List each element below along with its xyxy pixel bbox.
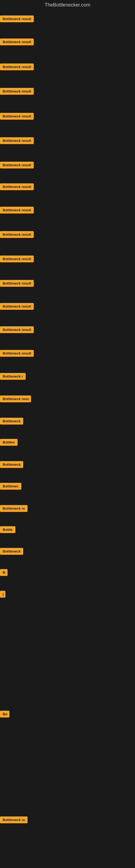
- bottleneck-badge[interactable]: Bo: [0, 711, 9, 717]
- list-item: Bottleneck result: [0, 113, 34, 121]
- bottleneck-badge[interactable]: Bottleneck re: [0, 816, 28, 823]
- bottleneck-badge[interactable]: Bottleneck: [0, 418, 23, 425]
- list-item: Bottleneck: [0, 418, 23, 426]
- list-item: Bottleneck result: [0, 231, 34, 239]
- list-item: Bottleneck result: [0, 326, 34, 334]
- bottleneck-badge[interactable]: Bottleneck result: [0, 16, 34, 22]
- list-item: Bottleneck result: [0, 63, 34, 71]
- bottleneck-badge[interactable]: Bottleneck result: [0, 255, 34, 262]
- list-item: Bottleneck result: [0, 255, 34, 264]
- list-item: Bottleneck result: [0, 303, 34, 311]
- list-item: Bottleneck result: [0, 16, 34, 23]
- list-item: Bottleneck re: [0, 505, 28, 513]
- list-item: Bottleneck: [0, 461, 23, 469]
- bottleneck-badge[interactable]: Bottleneck: [0, 461, 23, 468]
- bottleneck-badge[interactable]: Bottleneck result: [0, 63, 34, 70]
- list-item: Bottleneck result: [0, 162, 34, 169]
- bottleneck-badge[interactable]: Bottleneck result: [0, 350, 34, 357]
- bottleneck-badge[interactable]: |: [0, 591, 5, 597]
- bottleneck-badge[interactable]: Bottleneck result: [0, 280, 34, 287]
- bottleneck-badge[interactable]: Bottleneck result: [0, 231, 34, 238]
- list-item: Bottle: [0, 526, 15, 534]
- bottleneck-badge[interactable]: Bottleneck result: [0, 303, 34, 310]
- list-item: |: [0, 591, 5, 599]
- site-title: TheBottlenecker.com: [0, 0, 135, 10]
- bottleneck-badge[interactable]: Bottleneck result: [0, 113, 34, 120]
- list-item: Bottleneck result: [0, 88, 34, 96]
- bottleneck-badge[interactable]: Bottleneck result: [0, 38, 34, 45]
- bottleneck-badge[interactable]: Bottleneck result: [0, 88, 34, 95]
- list-item: Bottleneck: [0, 548, 23, 556]
- bottleneck-badge[interactable]: Bottlen: [0, 439, 17, 446]
- list-item: Bottleneck result: [0, 137, 34, 145]
- list-item: B: [0, 569, 8, 577]
- bottleneck-badge[interactable]: Bottleneck: [0, 548, 23, 555]
- list-item: Bottleneck re: [0, 816, 28, 824]
- bottleneck-badge[interactable]: Bottleneck resu: [0, 396, 31, 402]
- bottleneck-badge[interactable]: B: [0, 569, 8, 576]
- bottleneck-badge[interactable]: Bottleneck result: [0, 207, 34, 214]
- list-item: Bottleneck r: [0, 373, 26, 381]
- list-item: Bottlen: [0, 439, 17, 447]
- list-item: Bottlenec: [0, 483, 21, 491]
- bottleneck-badge[interactable]: Bottleneck result: [0, 326, 34, 333]
- bottleneck-badge[interactable]: Bottleneck result: [0, 137, 34, 144]
- list-item: Bottleneck result: [0, 280, 34, 288]
- bottleneck-badge[interactable]: Bottleneck result: [0, 183, 34, 190]
- bottleneck-badge[interactable]: Bottleneck result: [0, 162, 34, 168]
- list-item: Bottleneck result: [0, 38, 34, 46]
- list-item: Bottleneck result: [0, 183, 34, 191]
- bottleneck-badge[interactable]: Bottleneck r: [0, 373, 26, 380]
- list-item: Bottleneck result: [0, 350, 34, 358]
- bottleneck-badge[interactable]: Bottleneck re: [0, 505, 28, 512]
- bottleneck-badge[interactable]: Bottlenec: [0, 483, 21, 490]
- bottleneck-badge[interactable]: Bottle: [0, 526, 15, 533]
- list-item: Bo: [0, 711, 9, 718]
- list-item: Bottleneck result: [0, 207, 34, 215]
- list-item: Bottleneck resu: [0, 396, 31, 403]
